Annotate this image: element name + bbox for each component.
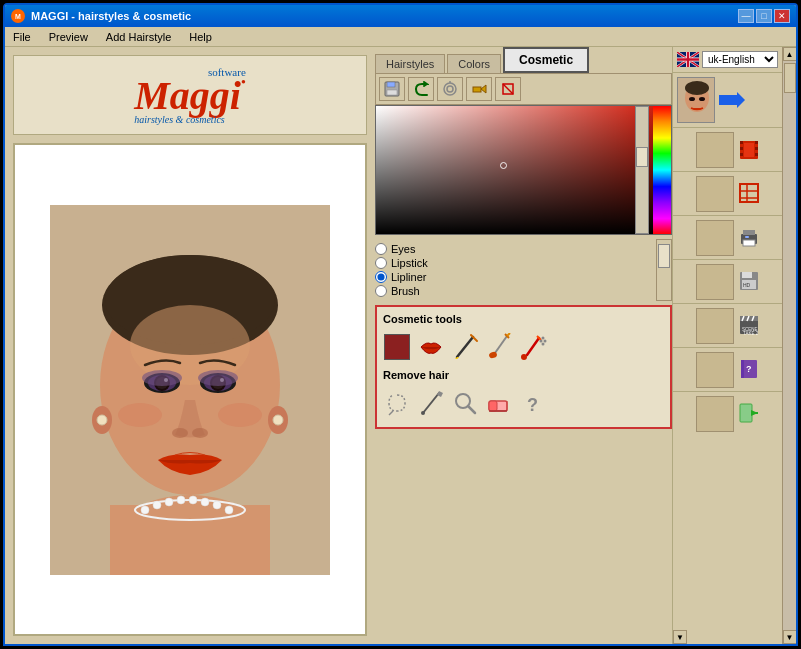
tool4-button[interactable] (466, 77, 492, 101)
radio-brush-input[interactable] (375, 285, 387, 297)
sidebar-right: uk-English (672, 47, 782, 644)
cosmetic-tools-title: Cosmetic tools (383, 313, 664, 325)
svg-text:?: ? (746, 364, 752, 374)
empty-slot-2 (696, 176, 734, 212)
svg-point-43 (444, 83, 456, 95)
radio-lipliner-input[interactable] (375, 271, 387, 283)
svg-line-57 (527, 338, 539, 355)
pen-tool[interactable] (417, 389, 445, 417)
radio-lipliner[interactable]: Lipliner (375, 271, 652, 283)
svg-rect-120 (740, 404, 752, 422)
eraser-tool[interactable] (485, 389, 513, 417)
svg-rect-92 (740, 147, 743, 150)
grid-icon-box[interactable] (738, 182, 760, 206)
radio-lipstick[interactable]: Lipstick (375, 257, 652, 269)
color-swatch-tool[interactable] (383, 333, 411, 361)
svg-rect-46 (473, 87, 481, 92)
color-swatch[interactable] (384, 334, 410, 360)
brush-tool[interactable] (485, 333, 513, 361)
save-button[interactable] (379, 77, 405, 101)
book-icon: ? (738, 358, 760, 380)
close-button[interactable]: ✕ (774, 9, 790, 23)
printer-icon-box[interactable] (738, 226, 760, 250)
svg-point-37 (97, 415, 107, 425)
tab-hairstyles[interactable]: Hairstyles (375, 54, 445, 73)
empty-slot-4 (696, 264, 734, 300)
right-panel: Hairstyles Colors Cosmetic (375, 47, 672, 644)
svg-rect-71 (489, 401, 497, 411)
radio-lipstick-label: Lipstick (391, 257, 428, 269)
svg-rect-4 (110, 505, 270, 575)
svg-line-64 (389, 411, 393, 415)
main-content: software Maggi● hairstyles & cosmetics (5, 47, 796, 644)
radio-eyes[interactable]: Eyes (375, 243, 652, 255)
floppy-icon-box[interactable]: HD (738, 270, 760, 294)
options-row: Eyes Lipstick Lipliner Brush (375, 239, 672, 301)
side-slider[interactable] (656, 239, 672, 301)
tool5-button[interactable] (495, 77, 521, 101)
printer-row (673, 216, 782, 260)
radio-lipliner-label: Lipliner (391, 271, 426, 283)
svg-point-11 (201, 498, 209, 506)
tab-cosmetic[interactable]: Cosmetic (503, 47, 589, 73)
scroll-down-btn[interactable]: ▼ (783, 630, 797, 644)
arrow-right-icon[interactable] (719, 91, 745, 109)
magnify-tool[interactable] (451, 389, 479, 417)
left-panel: software Maggi● hairstyles & cosmetics (5, 47, 375, 644)
menu-file[interactable]: File (9, 29, 35, 45)
language-dropdown[interactable]: uk-English (702, 51, 778, 68)
scene-row: SCENE TAKE 2 (673, 304, 782, 348)
radio-lipstick-input[interactable] (375, 257, 387, 269)
scroll-down-button[interactable]: ▼ (673, 630, 687, 644)
side-slider-thumb[interactable] (658, 244, 670, 268)
book-icon-box[interactable]: ? (738, 358, 760, 382)
menu-preview[interactable]: Preview (45, 29, 92, 45)
exit-icon-box[interactable] (738, 402, 760, 426)
question-tool[interactable]: ? (519, 389, 547, 417)
tabs-row: Hairstyles Colors Cosmetic (375, 47, 672, 73)
svg-rect-97 (744, 143, 754, 157)
film-icon-box[interactable] (738, 139, 760, 161)
exit-icon (738, 402, 760, 424)
svg-point-6 (141, 506, 149, 514)
main-scrollbar[interactable]: ▲ ▼ (782, 47, 796, 644)
svg-rect-41 (387, 82, 395, 87)
brightness-thumb[interactable] (636, 147, 648, 167)
portrait-row (673, 73, 782, 128)
menu-help[interactable]: Help (185, 29, 216, 45)
lasso-tool[interactable] (383, 389, 411, 417)
svg-rect-107 (742, 272, 752, 278)
radio-eyes-input[interactable] (375, 243, 387, 255)
color-picker[interactable] (375, 105, 672, 235)
svg-point-31 (192, 428, 208, 438)
svg-line-53 (495, 336, 507, 353)
svg-point-32 (118, 403, 162, 427)
maximize-button[interactable]: □ (756, 9, 772, 23)
redo-button[interactable] (408, 77, 434, 101)
svg-point-88 (699, 97, 705, 101)
scroll-thumb[interactable] (784, 63, 796, 93)
svg-marker-89 (719, 92, 745, 108)
hue-bar[interactable] (653, 106, 671, 234)
svg-point-13 (225, 506, 233, 514)
spray-tool[interactable] (519, 333, 547, 361)
pencil-tool[interactable] (451, 333, 479, 361)
cosmetic-tools-row (383, 329, 664, 365)
svg-marker-66 (437, 391, 443, 397)
radio-brush[interactable]: Brush (375, 285, 652, 297)
empty-slot-1 (696, 132, 734, 168)
portrait-actions (719, 91, 745, 109)
scroll-up-button[interactable]: ▲ (783, 47, 797, 61)
lips-tool[interactable] (417, 333, 445, 361)
svg-point-61 (542, 337, 545, 340)
tab-colors[interactable]: Colors (447, 54, 501, 73)
scene-icon-box[interactable]: SCENE TAKE 2 (738, 314, 760, 338)
portrait-image (50, 205, 330, 575)
brightness-slider[interactable] (635, 106, 649, 234)
menu-add-hairstyle[interactable]: Add Hairstyle (102, 29, 175, 45)
svg-point-87 (689, 97, 695, 101)
camera-button[interactable] (437, 77, 463, 101)
title-bar-left: M MAGGI - hairstyles & cosmetic (11, 9, 191, 23)
svg-rect-118 (741, 360, 744, 378)
minimize-button[interactable]: — (738, 9, 754, 23)
